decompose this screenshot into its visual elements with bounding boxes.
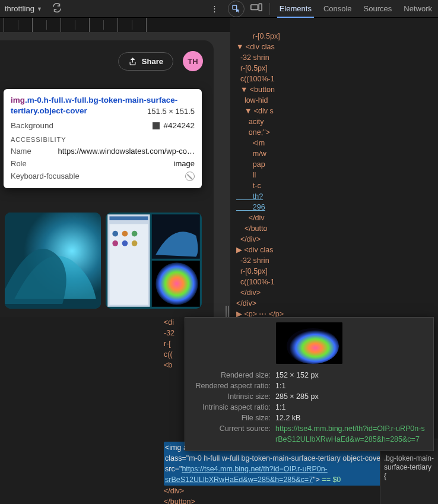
background-value: #424242 xyxy=(163,121,195,130)
throttling-dropdown[interactable]: throttling ▼ xyxy=(0,4,47,13)
svg-point-12 xyxy=(122,240,128,246)
throttling-label: throttling xyxy=(5,4,34,13)
svg-rect-2 xyxy=(259,4,262,11)
svg-point-13 xyxy=(132,240,138,246)
rendered-size-value: 152 × 152 px xyxy=(275,370,319,381)
background-label: Background xyxy=(11,121,53,130)
a11y-kf-label: Keyboard-focusable xyxy=(11,172,80,181)
rotate-icon[interactable] xyxy=(47,2,67,15)
intrinsic-size-label: Intrinsic size: xyxy=(192,391,271,402)
device-toolbar-icon[interactable] xyxy=(247,3,266,14)
chevron-down-icon: ▼ xyxy=(37,6,42,12)
element-inspector-tooltip: img.m-0.h-full.w-full.bg-token-main-surf… xyxy=(4,89,202,188)
image-preview-thumbnail xyxy=(276,322,342,364)
element-dimensions: 151.5 × 151.5 xyxy=(147,107,195,116)
rendered-aspect-ratio-value: 1:1 xyxy=(275,381,285,391)
rendered-aspect-ratio-label: Rendered aspect ratio: xyxy=(192,381,271,391)
devtools-toolbar: throttling ▼ ⋮ Elements Console Sources … xyxy=(0,0,438,18)
current-source-label: Current source: xyxy=(192,423,271,445)
tab-sources[interactable]: Sources xyxy=(358,0,398,18)
svg-point-11 xyxy=(112,240,118,246)
intrinsic-aspect-ratio-label: Intrinsic aspect ratio: xyxy=(192,402,271,413)
avatar[interactable]: TH xyxy=(183,51,203,71)
not-focusable-icon xyxy=(185,172,195,181)
share-label: Share xyxy=(142,57,163,66)
intrinsic-aspect-ratio-value: 1:1 xyxy=(275,402,285,413)
tab-elements[interactable]: Elements xyxy=(274,0,318,18)
css-rule: .bg-token-main-surface-tertiary { xyxy=(384,454,434,481)
thumbnail-2[interactable] xyxy=(106,213,202,309)
more-menu-icon[interactable]: ⋮ xyxy=(204,4,226,13)
svg-point-9 xyxy=(122,231,128,237)
inspect-element-button[interactable] xyxy=(228,1,245,17)
color-swatch xyxy=(153,122,160,129)
thumbnail-1[interactable] xyxy=(5,213,101,309)
svg-point-10 xyxy=(132,231,138,237)
current-source-value[interactable]: https://tse4.mm.bing.net/th?id=OIP.r-uRP… xyxy=(275,423,426,445)
svg-rect-0 xyxy=(233,5,237,9)
rendered-size-label: Rendered size: xyxy=(192,370,271,381)
svg-rect-6 xyxy=(109,216,148,220)
device-ruler xyxy=(0,18,230,32)
a11y-role-label: Role xyxy=(11,159,27,168)
accessibility-heading: ACCESSIBILITY xyxy=(11,136,195,143)
a11y-name-label: Name xyxy=(11,147,31,156)
svg-rect-1 xyxy=(251,5,258,9)
file-size-value: 12.2 kB xyxy=(275,413,300,423)
a11y-role-value: image xyxy=(174,159,195,168)
devtools-tabs: Elements Console Sources Network xyxy=(274,0,438,18)
file-size-label: File size: xyxy=(192,413,271,423)
svg-point-16 xyxy=(155,262,198,305)
tab-console[interactable]: Console xyxy=(318,0,358,18)
divider xyxy=(269,3,270,15)
intrinsic-size-value: 285 × 285 px xyxy=(275,391,319,402)
share-button[interactable]: Share xyxy=(118,52,173,71)
svg-point-18 xyxy=(287,328,339,364)
image-hover-popover: Rendered size:152 × 152 px Rendered aspe… xyxy=(185,317,434,451)
svg-point-8 xyxy=(112,231,118,237)
a11y-name-value: https://www.windowslatest.com/wp-co… xyxy=(58,147,195,156)
tab-network[interactable]: Network xyxy=(398,0,438,18)
